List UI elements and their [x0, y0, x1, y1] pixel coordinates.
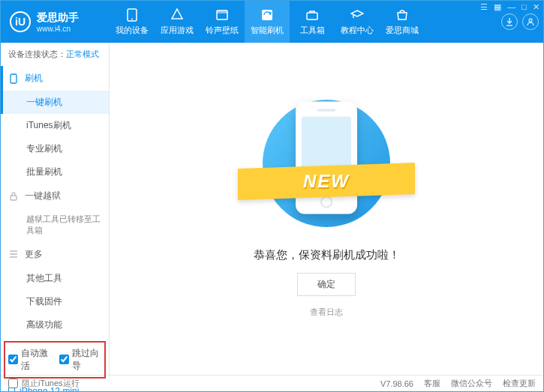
app-url: www.i4.cn: [37, 25, 79, 33]
nav-label: 爱思商城: [386, 25, 419, 36]
conn-mode: 正常模式: [66, 49, 99, 58]
svg-rect-5: [307, 13, 317, 19]
device-icon: [125, 8, 140, 22]
app-logo-icon: iU: [10, 11, 31, 32]
nav-label: 铃声壁纸: [206, 25, 239, 36]
close-icon[interactable]: ✕: [533, 2, 539, 12]
nav-my-device[interactable]: 我的设备: [110, 1, 155, 43]
checkbox-auto-activate[interactable]: 自动激活: [8, 347, 50, 373]
nav-label: 教程中心: [341, 25, 374, 36]
svg-rect-3: [217, 10, 227, 13]
sidebar-item-other-tools[interactable]: 其他工具: [1, 267, 109, 290]
svg-point-1: [131, 18, 133, 19]
connection-status: 设备连接状态：正常模式: [1, 43, 109, 66]
sidebar-item-batch-flash[interactable]: 批量刷机: [1, 160, 109, 184]
brand: iU 爱思助手 www.i4.cn: [1, 11, 110, 33]
group-more[interactable]: 更多: [1, 242, 109, 267]
flash-icon: [260, 8, 275, 22]
toolbox-icon: [305, 8, 320, 22]
download-button[interactable]: [501, 13, 518, 30]
checkbox-block-itunes[interactable]: 阻止iTunes运行: [8, 378, 80, 389]
svg-rect-4: [262, 10, 272, 20]
nav-apps[interactable]: 应用游戏: [155, 1, 200, 43]
top-nav: 我的设备 应用游戏 铃声壁纸 智能刷机 工具箱 教程中心 爱思商城: [110, 1, 501, 43]
sidebar-item-pro-flash[interactable]: 专业刷机: [1, 137, 109, 160]
app-name: 爱思助手: [37, 11, 79, 25]
version-label: V7.98.66: [380, 379, 413, 388]
new-ribbon: NEW: [238, 163, 415, 200]
nav-label: 工具箱: [300, 25, 325, 36]
nav-label: 智能刷机: [251, 25, 284, 36]
group-label: 刷机: [25, 72, 43, 85]
window-controls: ☰ ▦ — □ ✕: [480, 2, 539, 12]
nav-store[interactable]: 爱思商城: [380, 1, 425, 43]
lock-icon: [8, 192, 19, 201]
skin-icon[interactable]: ▦: [494, 2, 501, 12]
svg-point-6: [529, 19, 532, 22]
title-right: [501, 13, 543, 30]
nav-tutorials[interactable]: 教程中心: [335, 1, 380, 43]
checkbox-input[interactable]: [8, 379, 18, 388]
sidebar-item-itunes-flash[interactable]: iTunes刷机: [1, 114, 109, 137]
media-icon: [215, 8, 230, 22]
titlebar: iU 爱思助手 www.i4.cn 我的设备 应用游戏 铃声壁纸 智能刷机 工具…: [1, 1, 543, 43]
group-flash[interactable]: 刷机: [1, 66, 109, 91]
apps-icon: [170, 8, 185, 22]
conn-label: 设备连接状态：: [8, 49, 66, 58]
svg-rect-7: [11, 74, 17, 83]
checkbox-input[interactable]: [59, 355, 69, 364]
view-log-link[interactable]: 查看日志: [310, 307, 343, 318]
checkbox-label: 跳过向导: [72, 347, 101, 373]
service-link[interactable]: 客服: [424, 378, 440, 389]
nav-label: 应用游戏: [161, 25, 194, 36]
menu-icon[interactable]: ☰: [480, 2, 488, 12]
user-button[interactable]: [522, 13, 539, 30]
update-link[interactable]: 检查更新: [503, 378, 536, 389]
nav-toolbox[interactable]: 工具箱: [290, 1, 335, 43]
sidebar-item-advanced[interactable]: 高级功能: [1, 313, 109, 337]
nav-label: 我的设备: [116, 25, 149, 36]
success-message: 恭喜您，保资料刷机成功啦！: [254, 248, 400, 262]
tutorial-icon: [350, 8, 365, 22]
checkbox-label: 阻止iTunes运行: [22, 378, 80, 389]
nav-flash[interactable]: 智能刷机: [245, 1, 290, 43]
minimize-icon[interactable]: —: [507, 2, 515, 12]
sidebar-item-download-fw[interactable]: 下载固件: [1, 290, 109, 313]
sidebar: 设备连接状态：正常模式 刷机 一键刷机 iTunes刷机 专业刷机 批量刷机 一…: [1, 43, 110, 375]
nav-ringtones[interactable]: 铃声壁纸: [200, 1, 245, 43]
sidebar-item-oneclick-flash[interactable]: 一键刷机: [1, 91, 109, 114]
more-icon: [8, 250, 19, 258]
checkbox-label: 自动激活: [21, 347, 50, 373]
group-jailbreak[interactable]: 一键越狱: [1, 184, 109, 208]
checkbox-input[interactable]: [8, 355, 18, 364]
group-label: 更多: [25, 248, 43, 261]
group-label: 一键越狱: [25, 190, 61, 202]
svg-rect-8: [11, 196, 17, 200]
ok-button[interactable]: 确定: [297, 273, 356, 296]
maximize-icon[interactable]: □: [521, 2, 527, 12]
jailbreak-note: 越狱工具已转移至工具箱: [1, 208, 109, 242]
store-icon: [395, 8, 410, 22]
main-content: NEW 恭喜您，保资料刷机成功啦！ 确定 查看日志: [110, 43, 543, 375]
checkbox-skip-wizard[interactable]: 跳过向导: [59, 347, 101, 373]
phone-icon: [8, 73, 19, 84]
success-illustration: NEW: [251, 92, 401, 235]
options-highlight-box: 自动激活 跳过向导: [4, 341, 106, 379]
wechat-link[interactable]: 微信公众号: [451, 378, 492, 389]
